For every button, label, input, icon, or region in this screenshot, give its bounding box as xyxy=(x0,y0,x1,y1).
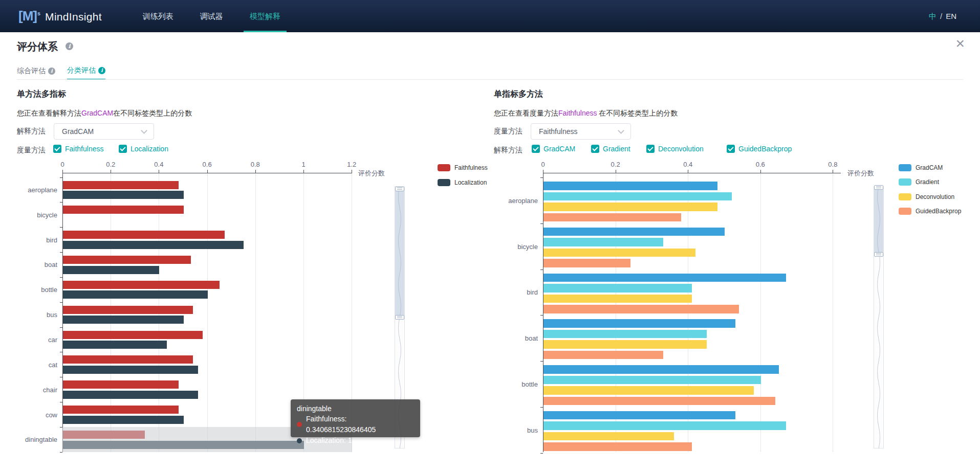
legend-swatch-icon xyxy=(899,193,911,200)
datazoom-selected-range[interactable] xyxy=(395,189,404,317)
gridline xyxy=(207,173,208,452)
axis-tick-label: 0.8 xyxy=(828,161,837,168)
bar-guidedbackprop-bus[interactable] xyxy=(543,442,692,451)
bar-deconvolution-bus[interactable] xyxy=(543,432,674,441)
bar-localization-boat[interactable] xyxy=(63,266,159,274)
bar-localization-cat[interactable] xyxy=(63,366,198,374)
category-label-aeroplane: aeroplane xyxy=(476,196,538,204)
legend-label: Gradient xyxy=(916,178,939,186)
axis-tick-label: 0 xyxy=(541,161,545,168)
bar-gradient-aeroplane[interactable] xyxy=(543,192,732,201)
bar-gradient-bottle[interactable] xyxy=(543,376,761,385)
bar-deconvolution-aeroplane[interactable] xyxy=(543,203,717,211)
legend-label: GuidedBackprop xyxy=(916,208,961,215)
bar-gradcam-boat[interactable] xyxy=(543,319,735,328)
category-tick xyxy=(60,302,62,303)
bar-gradcam-bird[interactable] xyxy=(543,274,786,282)
bar-gradient-bicycle[interactable] xyxy=(543,238,663,246)
legend-item-gradcam[interactable]: GradCAM xyxy=(899,164,943,171)
bar-deconvolution-boat[interactable] xyxy=(543,340,707,349)
bar-faithfulness-cow[interactable] xyxy=(63,406,179,414)
app-root: [M]s MindInsight 训练列表 调试器 模型解释 中/EN 评分体系… xyxy=(0,0,980,472)
value-axis-line xyxy=(543,173,841,173)
bar-gradient-bird[interactable] xyxy=(543,284,692,293)
bar-faithfulness-chair[interactable] xyxy=(63,380,179,389)
category-tick xyxy=(540,269,543,270)
category-label-bus: bus xyxy=(0,311,57,319)
bar-faithfulness-aeroplane[interactable] xyxy=(63,181,179,189)
legend-swatch-icon xyxy=(438,164,450,171)
axis-tick-label: 0.4 xyxy=(683,161,692,168)
bar-faithfulness-bottle[interactable] xyxy=(63,281,220,289)
bar-faithfulness-bus[interactable] xyxy=(63,306,193,314)
axis-tick-label: 1 xyxy=(301,161,305,168)
category-tick xyxy=(60,177,62,178)
bar-faithfulness-car[interactable] xyxy=(63,331,203,339)
bar-localization-aeroplane[interactable] xyxy=(63,191,184,199)
tooltip-row-text: Faithfulness: 0.3406815230846405 xyxy=(306,414,414,435)
axis-tick-label: 0.6 xyxy=(203,161,212,168)
legend-swatch-icon xyxy=(899,164,911,171)
bar-guidedbackprop-aeroplane[interactable] xyxy=(543,213,681,222)
legend-item-deconvolution[interactable]: Deconvolution xyxy=(899,193,954,200)
tooltip-title: diningtable xyxy=(297,403,414,414)
bar-faithfulness-boat[interactable] xyxy=(63,256,191,264)
category-label-cat: cat xyxy=(0,361,57,368)
category-label-aeroplane: aeroplane xyxy=(0,186,57,193)
bar-faithfulness-bicycle[interactable] xyxy=(63,206,184,214)
bar-gradcam-bottle[interactable] xyxy=(543,365,779,374)
bar-localization-bottle[interactable] xyxy=(63,290,208,299)
gridline xyxy=(833,173,833,452)
axis-tick-label: 0.4 xyxy=(154,161,163,168)
bar-localization-bus[interactable] xyxy=(63,316,184,324)
category-tick xyxy=(60,377,62,377)
category-label-cow: cow xyxy=(0,411,57,418)
bar-guidedbackprop-bicycle[interactable] xyxy=(543,259,630,267)
legend-item-guidedbackprop[interactable]: GuidedBackprop xyxy=(899,208,961,215)
category-tick xyxy=(60,202,62,203)
bar-gradcam-bicycle[interactable] xyxy=(543,228,725,236)
axis-tick-label: 0.6 xyxy=(756,161,765,168)
bar-deconvolution-bicycle[interactable] xyxy=(543,249,695,257)
datazoom-handle[interactable] xyxy=(395,315,404,320)
bar-localization-chair[interactable] xyxy=(63,391,198,399)
legend-item-gradient[interactable]: Gradient xyxy=(899,178,939,186)
chart-tooltip: diningtable Faithfulness: 0.340681523084… xyxy=(291,399,420,437)
bar-gradcam-bus[interactable] xyxy=(543,411,735,420)
category-tick xyxy=(540,453,543,454)
axis-tick-label: 0.2 xyxy=(106,161,115,168)
bar-gradient-bus[interactable] xyxy=(543,421,786,430)
datazoom-handle[interactable] xyxy=(395,187,404,191)
category-tick xyxy=(60,452,62,453)
bar-gradient-boat[interactable] xyxy=(543,330,707,339)
legend-item-localization[interactable]: Localization xyxy=(438,179,487,186)
bar-gradcam-aeroplane[interactable] xyxy=(543,182,717,190)
category-tick xyxy=(60,277,62,278)
bar-guidedbackprop-bottle[interactable] xyxy=(543,397,775,406)
bar-deconvolution-bird[interactable] xyxy=(543,295,692,303)
bar-guidedbackprop-bird[interactable] xyxy=(543,305,739,313)
bar-localization-bird[interactable] xyxy=(63,241,244,249)
bar-guidedbackprop-boat[interactable] xyxy=(543,351,663,359)
category-tick xyxy=(60,352,62,352)
bar-localization-car[interactable] xyxy=(63,341,167,349)
datazoom-handle[interactable] xyxy=(874,252,883,257)
category-label-bicycle: bicycle xyxy=(0,211,57,218)
category-label-boat: boat xyxy=(0,261,57,268)
category-tick xyxy=(60,227,62,228)
gridline xyxy=(760,173,761,452)
bar-deconvolution-bottle[interactable] xyxy=(543,386,754,395)
series-dot-icon xyxy=(297,422,302,427)
bar-localization-cow[interactable] xyxy=(63,416,184,424)
bar-faithfulness-bird[interactable] xyxy=(63,231,225,239)
legend-item-faithfulness[interactable]: Faithfulness xyxy=(438,164,488,171)
datazoom-handle[interactable] xyxy=(874,185,883,190)
category-tick xyxy=(60,327,62,328)
category-label-bottle: bottle xyxy=(0,286,57,294)
category-label-boat: boat xyxy=(476,334,538,342)
category-label-chair: chair xyxy=(0,386,57,393)
legend-swatch-icon xyxy=(438,179,450,186)
legend-label: Deconvolution xyxy=(916,193,954,200)
bar-faithfulness-cat[interactable] xyxy=(63,355,193,364)
datazoom-selected-range[interactable] xyxy=(874,187,883,254)
